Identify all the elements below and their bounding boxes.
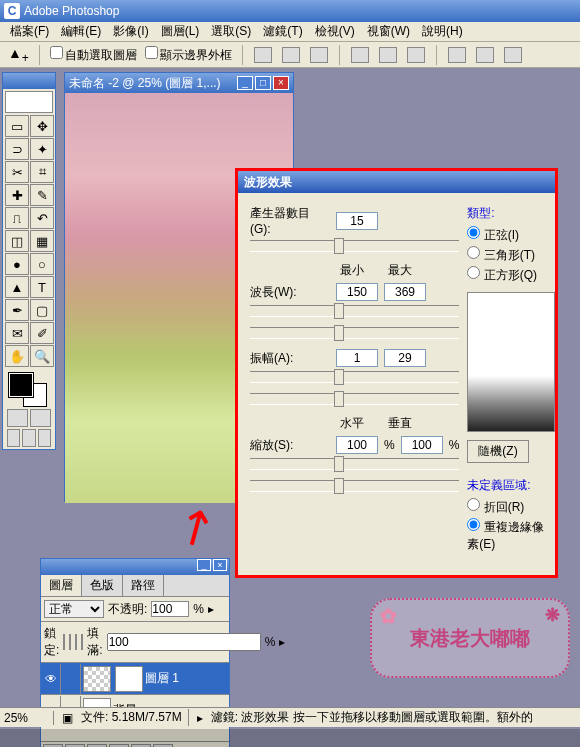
- menu-view[interactable]: 檢視(V): [309, 21, 361, 42]
- mask-thumbnail[interactable]: [115, 666, 143, 692]
- menu-select[interactable]: 選取(S): [205, 21, 257, 42]
- amplitude-max-slider[interactable]: [250, 393, 459, 405]
- dodge-tool[interactable]: ○: [30, 253, 54, 275]
- screen-mode[interactable]: [38, 429, 51, 447]
- panel-min-button[interactable]: _: [197, 559, 211, 571]
- move-tool[interactable]: ✥: [30, 115, 54, 137]
- shape-tool[interactable]: ▢: [30, 299, 54, 321]
- gradient-tool[interactable]: ▦: [30, 230, 54, 252]
- fill-input[interactable]: [107, 633, 261, 651]
- opacity-input[interactable]: [151, 601, 189, 617]
- scale-h-input[interactable]: [336, 436, 378, 454]
- lasso-tool[interactable]: ⊃: [5, 138, 29, 160]
- align-button[interactable]: [407, 47, 425, 63]
- heal-tool[interactable]: ✚: [5, 184, 29, 206]
- pen-tool[interactable]: ✒: [5, 299, 29, 321]
- brush-tool[interactable]: ✎: [30, 184, 54, 206]
- type-tool[interactable]: T: [30, 276, 54, 298]
- type-square-radio[interactable]: 正方形(Q): [467, 266, 555, 284]
- align-button[interactable]: [282, 47, 300, 63]
- tab-layers[interactable]: 圖層: [41, 575, 82, 596]
- scale-h-slider[interactable]: [250, 458, 459, 470]
- wavelength-max-input[interactable]: [384, 283, 426, 301]
- screen-mode[interactable]: [7, 429, 20, 447]
- align-button[interactable]: [254, 47, 272, 63]
- randomize-button[interactable]: 隨機(Z): [467, 440, 528, 463]
- amplitude-max-input[interactable]: [384, 349, 426, 367]
- standard-mode[interactable]: [7, 409, 28, 427]
- notes-tool[interactable]: ✉: [5, 322, 29, 344]
- wavelength-min-input[interactable]: [336, 283, 378, 301]
- menu-layer[interactable]: 圖層(L): [155, 21, 206, 42]
- menu-edit[interactable]: 編輯(E): [55, 21, 107, 42]
- tool-preset-icon[interactable]: [5, 91, 53, 113]
- show-bounds-checkbox[interactable]: 顯示邊界外框: [145, 46, 232, 64]
- distribute-button[interactable]: [504, 47, 522, 63]
- wand-tool[interactable]: ✦: [30, 138, 54, 160]
- generators-input[interactable]: [336, 212, 378, 230]
- close-button[interactable]: ×: [273, 76, 289, 90]
- tab-paths[interactable]: 路徑: [123, 575, 164, 596]
- distribute-button[interactable]: [476, 47, 494, 63]
- visibility-icon[interactable]: 👁: [41, 664, 61, 694]
- eyedropper-tool[interactable]: ✐: [30, 322, 54, 344]
- crop-tool[interactable]: ✂: [5, 161, 29, 183]
- panel-close-button[interactable]: ×: [213, 559, 227, 571]
- hand-tool[interactable]: ✋: [5, 345, 29, 367]
- type-sine-radio[interactable]: 正弦(I): [467, 226, 555, 244]
- distribute-button[interactable]: [448, 47, 466, 63]
- fg-color[interactable]: [9, 373, 33, 397]
- marquee-tool[interactable]: ▭: [5, 115, 29, 137]
- scale-v-slider[interactable]: [250, 480, 459, 492]
- screen-mode[interactable]: [22, 429, 35, 447]
- lock-move[interactable]: [75, 634, 77, 650]
- amplitude-min-slider[interactable]: [250, 371, 459, 383]
- zoom-level[interactable]: 25%: [4, 711, 54, 725]
- menu-filter[interactable]: 濾鏡(T): [257, 21, 308, 42]
- quickmask-mode[interactable]: [30, 409, 51, 427]
- align-button[interactable]: [351, 47, 369, 63]
- lock-paint[interactable]: [69, 634, 71, 650]
- slice-tool[interactable]: ⌗: [30, 161, 54, 183]
- menu-help[interactable]: 說明(H): [416, 21, 469, 42]
- generators-slider[interactable]: [250, 240, 459, 252]
- layer-thumbnail[interactable]: [83, 666, 111, 692]
- blur-tool[interactable]: ●: [5, 253, 29, 275]
- options-bar: ▲+ 自動選取圖層 顯示邊界外框: [0, 42, 580, 68]
- maximize-button[interactable]: □: [255, 76, 271, 90]
- generators-label: 產生器數目(G):: [250, 205, 330, 236]
- align-button[interactable]: [310, 47, 328, 63]
- minimize-button[interactable]: _: [237, 76, 253, 90]
- color-swatch[interactable]: [5, 371, 53, 407]
- tab-channels[interactable]: 色版: [82, 575, 123, 596]
- stamp-tool[interactable]: ⎍: [5, 207, 29, 229]
- lock-transparent[interactable]: [63, 634, 65, 650]
- app-titlebar: C Adobe Photoshop: [0, 0, 580, 22]
- min-header: 最小: [340, 262, 364, 279]
- scale-v-input[interactable]: [401, 436, 443, 454]
- eraser-tool[interactable]: ◫: [5, 230, 29, 252]
- doc-icon[interactable]: ▣: [62, 711, 73, 725]
- zoom-tool[interactable]: 🔍: [30, 345, 54, 367]
- layer-name[interactable]: 圖層 1: [145, 670, 179, 687]
- auto-select-checkbox[interactable]: 自動選取圖層: [50, 46, 137, 64]
- link-icon[interactable]: [61, 664, 81, 694]
- wrap-radio[interactable]: 折回(R): [467, 498, 555, 516]
- menu-image[interactable]: 影像(I): [107, 21, 154, 42]
- panel-grip[interactable]: [3, 73, 55, 89]
- align-button[interactable]: [379, 47, 397, 63]
- wavelength-max-slider[interactable]: [250, 327, 459, 339]
- type-triangle-radio[interactable]: 三角形(T): [467, 246, 555, 264]
- workspace: ▭✥ ⊃✦ ✂⌗ ✚✎ ⎍↶ ◫▦ ●○ ▲T ✒▢ ✉✐ ✋🔍 未命名 -2 …: [0, 68, 580, 728]
- menu-file[interactable]: 檔案(F): [4, 21, 55, 42]
- lock-all[interactable]: [81, 634, 83, 650]
- menu-window[interactable]: 視窗(W): [361, 21, 416, 42]
- history-brush-tool[interactable]: ↶: [30, 207, 54, 229]
- blend-mode-select[interactable]: 正常: [44, 600, 104, 618]
- layer-row[interactable]: 👁 圖層 1: [41, 663, 229, 695]
- vert-header: 垂直: [388, 415, 412, 432]
- wavelength-min-slider[interactable]: [250, 305, 459, 317]
- amplitude-min-input[interactable]: [336, 349, 378, 367]
- repeat-radio[interactable]: 重複邊緣像素(E): [467, 518, 555, 553]
- path-tool[interactable]: ▲: [5, 276, 29, 298]
